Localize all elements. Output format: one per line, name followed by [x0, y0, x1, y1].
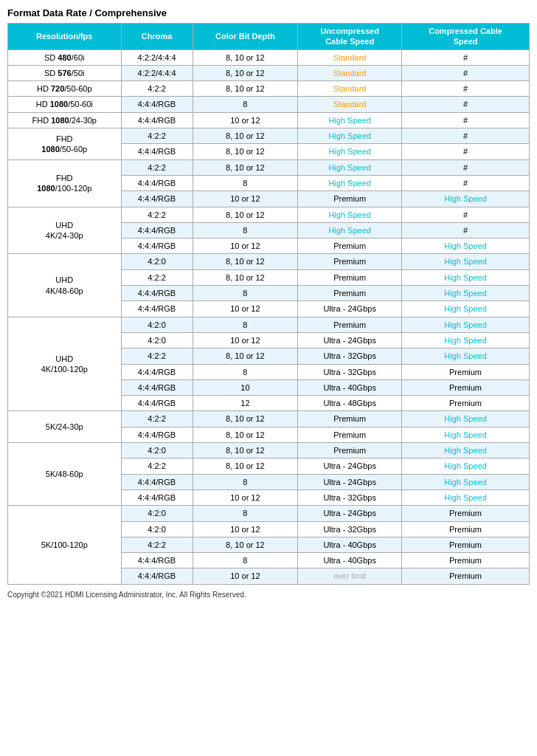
chroma-cell: 4:4:4/RGB [121, 379, 193, 395]
uncompressed-cell: High Speed [298, 222, 402, 238]
bitdepth-cell: 8, 10 or 12 [193, 81, 298, 97]
chroma-cell: 4:4:4/RGB [121, 175, 193, 190]
uncompressed-cell: Premium [298, 269, 402, 285]
compressed-cell: # [402, 112, 530, 128]
table-row: UHD4K/100-120p4:2:08PremiumHigh Speed [8, 317, 530, 332]
bitdepth-cell: 10 or 12 [193, 521, 298, 537]
compressed-cell: High Speed [402, 191, 530, 207]
col-resolution: Resolution/fps [8, 24, 122, 50]
table-row: SD 480/60i4:2:2/4:4:48, 10 or 12Standard… [8, 49, 530, 65]
uncompressed-cell: Premium [298, 254, 402, 269]
bitdepth-cell: 10 or 12 [193, 191, 298, 207]
res-cell: SD 480/60i [8, 49, 122, 65]
table-row: UHD4K/24-30p4:2:28, 10 or 12High Speed# [8, 207, 530, 222]
compressed-cell: # [402, 175, 530, 190]
res-cell: HD 720/50-60p [8, 81, 122, 97]
chroma-cell: 4:4:4/RGB [121, 144, 193, 159]
chroma-cell: 4:2:2 [121, 81, 193, 97]
uncompressed-cell: Premium [298, 427, 402, 442]
table-row: HD 1080/50-60i4:4:4/RGB8Standard# [8, 97, 530, 112]
uncompressed-cell: Ultra - 48Gbps [298, 396, 402, 411]
compressed-cell: High Speed [402, 317, 530, 332]
chroma-cell: 4:2:0 [121, 443, 193, 458]
res-cell: SD 576/50i [8, 65, 122, 80]
uncompressed-cell: Ultra - 40Gbps [298, 379, 402, 395]
bitdepth-cell: 8, 10 or 12 [193, 269, 298, 285]
chroma-cell: 4:2:2 [121, 537, 193, 552]
uncompressed-cell: High Speed [298, 128, 402, 144]
bitdepth-cell: 8, 10 or 12 [193, 144, 298, 159]
page-title: Format Data Rate / Comprehensive [7, 7, 530, 18]
compressed-cell: Premium [402, 568, 530, 584]
bitdepth-cell: 8 [193, 506, 298, 521]
bitdepth-cell: 8, 10 or 12 [193, 159, 298, 175]
bitdepth-cell: 8, 10 or 12 [193, 537, 298, 552]
bitdepth-cell: 8 [193, 97, 298, 112]
bitdepth-cell: 10 or 12 [193, 112, 298, 128]
uncompressed-cell: Ultra - 24Gbps [298, 474, 402, 489]
bitdepth-cell: 10 or 12 [193, 568, 298, 584]
data-table: Resolution/fps Chroma Color Bit Depth Un… [7, 23, 530, 585]
chroma-cell: 4:2:2 [121, 128, 193, 144]
bitdepth-cell: 8 [193, 175, 298, 190]
compressed-cell: Premium [402, 364, 530, 379]
bitdepth-cell: 10 [193, 379, 298, 395]
compressed-cell: # [402, 49, 530, 65]
res-cell: 5K/100-120p [8, 506, 122, 584]
uncompressed-cell: over limit [298, 568, 402, 584]
uncompressed-cell: High Speed [298, 159, 402, 175]
chroma-cell: 4:4:4/RGB [121, 396, 193, 411]
table-row: FHD1080/50-60p4:2:28, 10 or 12High Speed… [8, 128, 530, 144]
uncompressed-cell: Standard [298, 49, 402, 65]
compressed-cell: High Speed [402, 332, 530, 348]
table-row: 5K/48-60p4:2:08, 10 or 12PremiumHigh Spe… [8, 443, 530, 458]
res-cell: UHD4K/24-30p [8, 207, 122, 254]
chroma-cell: 4:2:0 [121, 521, 193, 537]
compressed-cell: High Speed [402, 474, 530, 489]
chroma-cell: 4:2:0 [121, 317, 193, 332]
chroma-cell: 4:4:4/RGB [121, 97, 193, 112]
compressed-cell: Premium [402, 537, 530, 552]
bitdepth-cell: 8, 10 or 12 [193, 458, 298, 474]
uncompressed-cell: Ultra - 32Gbps [298, 489, 402, 505]
table-row: FHD1080/100-120p4:2:28, 10 or 12High Spe… [8, 159, 530, 175]
compressed-cell: High Speed [402, 301, 530, 317]
uncompressed-cell: Ultra - 24Gbps [298, 458, 402, 474]
bitdepth-cell: 8 [193, 222, 298, 238]
uncompressed-cell: Ultra - 24Gbps [298, 301, 402, 317]
uncompressed-cell: Ultra - 32Gbps [298, 521, 402, 537]
uncompressed-cell: Premium [298, 191, 402, 207]
table-row: SD 576/50i4:2:2/4:4:48, 10 or 12Standard… [8, 65, 530, 80]
uncompressed-cell: High Speed [298, 112, 402, 128]
uncompressed-cell: Ultra - 40Gbps [298, 537, 402, 552]
bitdepth-cell: 8 [193, 317, 298, 332]
chroma-cell: 4:2:0 [121, 332, 193, 348]
compressed-cell: High Speed [402, 443, 530, 458]
bitdepth-cell: 8 [193, 286, 298, 301]
compressed-cell: High Speed [402, 286, 530, 301]
bitdepth-cell: 10 or 12 [193, 301, 298, 317]
bitdepth-cell: 8, 10 or 12 [193, 348, 298, 364]
chroma-cell: 4:2:2/4:4:4 [121, 65, 193, 80]
uncompressed-cell: Standard [298, 97, 402, 112]
bitdepth-cell: 8 [193, 553, 298, 568]
col-bitdepth: Color Bit Depth [193, 24, 298, 50]
compressed-cell: # [402, 207, 530, 222]
uncompressed-cell: High Speed [298, 175, 402, 190]
chroma-cell: 4:4:4/RGB [121, 286, 193, 301]
compressed-cell: High Speed [402, 254, 530, 269]
bitdepth-cell: 10 or 12 [193, 332, 298, 348]
compressed-cell: High Speed [402, 348, 530, 364]
res-cell: 5K/48-60p [8, 443, 122, 506]
uncompressed-cell: Ultra - 40Gbps [298, 553, 402, 568]
compressed-cell: # [402, 128, 530, 144]
res-cell: HD 1080/50-60i [8, 97, 122, 112]
table-row: UHD4K/48-60p4:2:08, 10 or 12PremiumHigh … [8, 254, 530, 269]
bitdepth-cell: 8 [193, 364, 298, 379]
chroma-cell: 4:2:2 [121, 411, 193, 427]
uncompressed-cell: Premium [298, 411, 402, 427]
chroma-cell: 4:4:4/RGB [121, 222, 193, 238]
compressed-cell: Premium [402, 521, 530, 537]
bitdepth-cell: 10 or 12 [193, 489, 298, 505]
compressed-cell: # [402, 144, 530, 159]
